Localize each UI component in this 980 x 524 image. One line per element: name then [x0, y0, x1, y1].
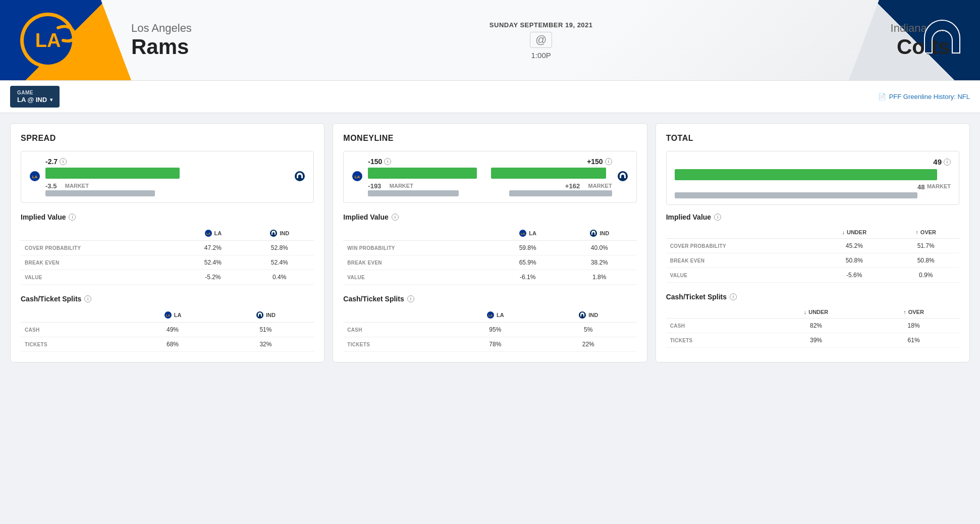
game-selector-button[interactable]: GAME LA @ IND ▾ [10, 86, 60, 108]
ml-ind-info-icon[interactable]: i [605, 158, 612, 165]
total-cash-info-icon[interactable]: i [730, 293, 737, 300]
total-info-icon[interactable]: i [944, 159, 951, 166]
ml-tickets-label: TICKETS [343, 337, 451, 352]
ml-cash-info-icon[interactable]: i [407, 295, 414, 302]
total-bar-section: 49 i 48 MARKET [666, 151, 959, 205]
ml-implied-section: Implied Value i LA LA [343, 213, 636, 285]
total-market-val: 48 [917, 183, 924, 192]
ml-cash-header-empty [343, 308, 451, 323]
spread-cash-header-ind: IND [217, 308, 314, 323]
moneyline-bars-inner: -150 i -193 MARKET [368, 158, 612, 196]
spread-value-la: -5.2% [181, 270, 245, 285]
spread-cover-prob-la: 47.2% [181, 241, 245, 255]
spread-implied-info-icon[interactable]: i [69, 214, 76, 221]
spread-bar-section: LA -2.7 i -3.5 MARKET [21, 151, 314, 203]
game-selector-value: LA @ IND ▾ [17, 96, 52, 103]
ml-la-green-bar-fill [368, 168, 477, 179]
total-cash-over: 18% [868, 319, 959, 333]
ml-value-la: -6.1% [494, 270, 562, 285]
ml-ind-value: +150 i [491, 158, 612, 166]
table-row: WIN PROBABILITY 59.8% 40.0% [343, 241, 636, 255]
spread-market-row: -3.5 MARKET [45, 181, 289, 190]
ml-cash-table: LA LA IND [343, 308, 636, 352]
total-implied-info-icon[interactable]: i [714, 214, 721, 221]
spread-break-even-ind: 52.4% [245, 255, 314, 270]
home-team-name: Los Angeles Rams [131, 22, 192, 59]
total-cover-prob-under: 45.2% [816, 239, 892, 253]
total-cash-header-empty [666, 306, 764, 319]
table-row: TICKETS 68% 32% [21, 337, 314, 352]
ml-ind-green-bar [491, 168, 612, 179]
ml-implied-title: Implied Value i [343, 213, 636, 221]
spread-implied-header-empty [21, 226, 181, 241]
spread-bars-inner: -2.7 i -3.5 MARKET [45, 158, 289, 196]
spread-value-ind: 0.4% [245, 270, 314, 285]
total-cash-header-under: ↓ UNDER [764, 306, 868, 319]
total-break-even-over: 50.8% [892, 253, 959, 268]
total-title: TOTAL [666, 134, 959, 143]
main-content: SPREAD LA -2.7 i [0, 113, 980, 373]
colts-icon-spread [294, 171, 305, 184]
ml-break-even-la: 65.9% [494, 255, 562, 270]
ml-break-even-label: BREAK EVEN [343, 255, 493, 270]
ml-cash-la: 95% [451, 323, 540, 337]
ml-la-market-val: -193 [368, 182, 381, 190]
ml-la-info-icon[interactable]: i [384, 158, 391, 165]
toolbar: GAME LA @ IND ▾ 📄 PFF Greenline History:… [0, 81, 980, 113]
spread-pff-value: -2.7 i [45, 158, 289, 166]
game-center-info: SUNDAY SEPTEMBER 19, 2021 @ 1:00P [489, 21, 593, 60]
ml-la-gray-bar [368, 190, 489, 196]
spread-gray-bar-fill [45, 190, 155, 196]
spread-tickets-la: 68% [128, 337, 217, 352]
ml-cash-label: CASH [343, 323, 451, 337]
total-implied-header-empty [666, 226, 816, 239]
total-break-even-label: BREAK EVEN [666, 253, 816, 268]
ml-win-prob-label: WIN PROBABILITY [343, 241, 493, 255]
spread-cash-title: Cash/Ticket Splits i [21, 295, 314, 303]
spread-card: SPREAD LA -2.7 i [10, 123, 324, 362]
ml-cash-ind: 5% [540, 323, 637, 337]
table-row: VALUE -5.6% 0.9% [666, 268, 959, 283]
table-row: CASH 82% 18% [666, 319, 959, 333]
ml-ind-green-bar-fill [491, 168, 606, 179]
table-row: BREAK EVEN 52.4% 52.4% [21, 255, 314, 270]
table-row: CASH 49% 51% [21, 323, 314, 337]
rams-icon-spread: LA [29, 171, 40, 184]
game-date: SUNDAY SEPTEMBER 19, 2021 [489, 21, 593, 29]
total-market-label: MARKET [927, 183, 951, 192]
spread-implied-header-ind: IND [245, 226, 314, 241]
spread-implied-section: Implied Value i LA LA [21, 213, 314, 285]
total-value-under: -5.6% [816, 268, 892, 283]
spread-info-icon[interactable]: i [60, 158, 67, 165]
table-row: COVER PROBABILITY 47.2% 52.8% [21, 241, 314, 255]
total-cash-table: ↓ UNDER ↑ OVER C [666, 306, 959, 348]
spread-cash-ind: 51% [217, 323, 314, 337]
ml-implied-info-icon[interactable]: i [392, 214, 399, 221]
pff-greenline-link[interactable]: 📄 PFF Greenline History: NFL [878, 93, 970, 100]
spread-cash-info-icon[interactable]: i [84, 295, 91, 302]
svg-text:LA: LA [166, 314, 171, 317]
ml-la-value: -150 i [368, 158, 489, 166]
ml-la-market-label: MARKET [390, 183, 413, 189]
svg-text:LA: LA [35, 30, 61, 51]
chevron-down-icon: ▾ [50, 97, 52, 102]
total-cash-header-over: ↑ OVER [868, 306, 959, 319]
total-implied-header-over: ↑ OVER [892, 226, 959, 239]
ml-tickets-la: 78% [451, 337, 540, 352]
ml-ind-gray-bar [491, 190, 612, 196]
spread-market-val: -3.5 [45, 182, 57, 190]
ml-implied-header-empty [343, 226, 493, 241]
svg-text:LA: LA [521, 232, 525, 235]
ml-win-prob-la: 59.8% [494, 241, 562, 255]
spread-implied-title: Implied Value i [21, 213, 314, 221]
spread-gray-bar [45, 190, 289, 196]
spread-cover-prob-ind: 52.8% [245, 241, 314, 255]
colts-logo [914, 13, 970, 68]
svg-text:LA: LA [32, 175, 38, 179]
svg-text:LA: LA [488, 314, 493, 317]
ml-tickets-ind: 22% [540, 337, 637, 352]
spread-title: SPREAD [21, 134, 314, 143]
ml-value-label: VALUE [343, 270, 493, 285]
total-over-arrow-icon: ↑ [903, 309, 906, 315]
ml-la-gray-bar-fill [368, 190, 459, 196]
